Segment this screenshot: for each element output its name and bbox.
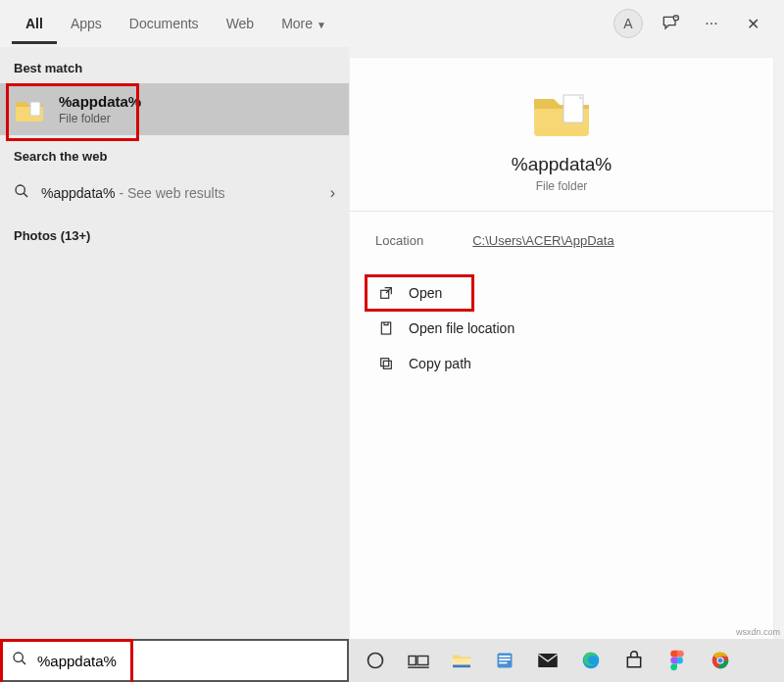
file-explorer-icon[interactable]: [449, 648, 474, 673]
copy-icon: [377, 356, 395, 371]
svg-rect-15: [453, 665, 470, 668]
svg-rect-7: [383, 361, 391, 368]
best-match-subtitle: File folder: [59, 112, 141, 125]
mail-icon[interactable]: [535, 648, 561, 673]
preview-subtitle: File folder: [536, 179, 588, 193]
section-search-web: Search the web: [0, 135, 349, 171]
folder-icon: [14, 94, 45, 125]
tabs-row: All Apps Documents Web More▼ A ··· ✕: [0, 0, 784, 47]
action-copy-path[interactable]: Copy path: [366, 346, 758, 381]
svg-rect-12: [409, 657, 416, 665]
section-photos: Photos (13+): [0, 215, 349, 251]
svg-rect-6: [381, 322, 390, 334]
chrome-icon[interactable]: [708, 648, 733, 673]
tab-more[interactable]: More▼: [268, 4, 340, 44]
svg-rect-1: [30, 102, 40, 116]
app-icon-1[interactable]: [492, 648, 517, 673]
best-match-title: %appdata%: [59, 93, 141, 110]
tab-documents[interactable]: Documents: [116, 4, 213, 44]
svg-point-2: [16, 185, 24, 194]
location-value[interactable]: C:\Users\ACER\AppData: [472, 233, 614, 248]
figma-icon[interactable]: [664, 648, 690, 673]
results-panel: Best match %appdata% File folder Search …: [0, 47, 349, 682]
web-result[interactable]: %appdata% - See web results ›: [0, 171, 349, 215]
svg-point-22: [676, 658, 683, 664]
search-box[interactable]: [0, 639, 349, 682]
taskbar: [349, 639, 784, 682]
overflow-menu[interactable]: ···: [698, 10, 725, 37]
svg-rect-19: [499, 662, 507, 664]
close-button[interactable]: ✕: [739, 10, 766, 37]
cortana-icon[interactable]: [363, 648, 388, 673]
section-best-match: Best match: [0, 47, 349, 83]
user-avatar[interactable]: A: [613, 9, 643, 38]
svg-rect-18: [499, 658, 511, 660]
svg-rect-20: [538, 654, 558, 667]
tab-more-label: More: [281, 16, 313, 31]
tab-apps[interactable]: Apps: [57, 4, 116, 44]
search-icon: [14, 183, 29, 203]
open-location-icon: [377, 320, 395, 336]
location-label: Location: [375, 233, 423, 248]
action-open-location[interactable]: Open file location: [366, 311, 758, 346]
web-result-suffix: - See web results: [116, 185, 225, 201]
action-copy-path-label: Copy path: [409, 356, 471, 371]
svg-rect-8: [381, 359, 389, 366]
action-open-label: Open: [409, 285, 442, 301]
svg-point-25: [718, 658, 723, 663]
feedback-icon[interactable]: [657, 10, 684, 37]
svg-rect-17: [499, 656, 511, 658]
svg-line-10: [22, 660, 25, 664]
preview-panel: %appdata% File folder Location C:\Users\…: [349, 57, 774, 672]
svg-line-3: [24, 193, 27, 197]
task-view-icon[interactable]: [406, 648, 431, 673]
search-icon: [12, 651, 27, 670]
search-input[interactable]: [37, 653, 337, 669]
svg-point-11: [368, 654, 383, 668]
web-result-term: %appdata%: [41, 185, 116, 201]
store-icon[interactable]: [621, 648, 647, 673]
chevron-right-icon: ›: [330, 184, 335, 202]
svg-point-9: [14, 653, 23, 661]
tab-all[interactable]: All: [12, 4, 57, 44]
best-match-result[interactable]: %appdata% File folder: [0, 83, 349, 135]
edge-icon[interactable]: [578, 648, 604, 673]
action-open[interactable]: Open: [366, 275, 473, 311]
svg-rect-13: [417, 657, 428, 665]
tab-web[interactable]: Web: [213, 4, 269, 44]
action-open-location-label: Open file location: [409, 320, 514, 336]
preview-title: %appdata%: [512, 154, 612, 175]
folder-large-icon: [530, 87, 593, 140]
open-icon: [377, 285, 395, 301]
svg-rect-4: [564, 95, 583, 122]
watermark: wsxdn.com: [736, 627, 780, 637]
chevron-down-icon: ▼: [317, 20, 326, 30]
